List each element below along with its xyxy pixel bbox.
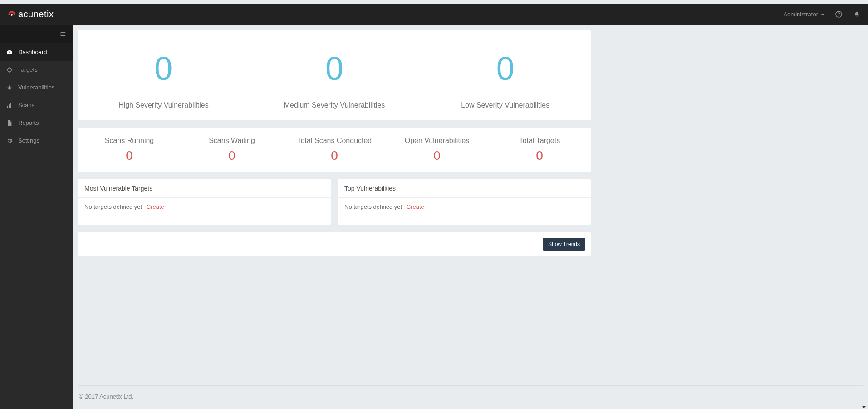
page-caret-icon	[862, 406, 866, 408]
stat-label: Open Vulnerabilities	[386, 137, 488, 145]
severity-high: 0 High Severity Vulnerabilities	[78, 52, 249, 109]
show-trends-button[interactable]: Show Trends	[543, 238, 585, 251]
panel-most-vulnerable-targets: Most Vulnerable Targets No targets defin…	[78, 179, 331, 225]
svg-rect-18	[7, 105, 8, 107]
svg-point-13	[9, 85, 10, 87]
svg-line-17	[11, 88, 12, 89]
brand-logo[interactable]: acunetix	[7, 9, 54, 20]
severity-high-value: 0	[78, 52, 249, 85]
create-target-link[interactable]: Create	[407, 203, 424, 210]
severity-high-label: High Severity Vulnerabilities	[78, 101, 249, 109]
sidebar-item-label: Settings	[18, 137, 39, 144]
sidebar-item-settings[interactable]: Settings	[0, 132, 73, 149]
stat-scans-waiting: Scans Waiting 0	[181, 137, 283, 163]
stat-value: 0	[78, 148, 181, 163]
svg-marker-6	[60, 33, 61, 35]
panel-top-vulnerabilities: Top Vulnerabilities No targets defined y…	[338, 179, 591, 225]
crosshair-icon	[6, 67, 13, 73]
panel-header: Most Vulnerable Targets	[78, 179, 331, 198]
sidebar-item-targets[interactable]: Targets	[0, 61, 73, 79]
create-target-link[interactable]: Create	[147, 203, 164, 210]
svg-line-16	[8, 88, 9, 89]
stat-label: Total Scans Conducted	[283, 137, 386, 145]
trends-row: Show Trends	[78, 232, 591, 256]
stat-label: Scans Waiting	[181, 137, 283, 145]
stat-label: Scans Running	[78, 137, 181, 145]
main-content: 0 High Severity Vulnerabilities 0 Medium…	[73, 25, 868, 409]
stat-scans-running: Scans Running 0	[78, 137, 181, 163]
sidebar-item-label: Vulnerabilities	[18, 84, 54, 91]
svg-point-0	[11, 14, 13, 15]
user-label: Administrator	[783, 11, 818, 18]
severity-card: 0 High Severity Vulnerabilities 0 Medium…	[78, 30, 591, 120]
severity-low-label: Low Severity Vulnerabilities	[420, 101, 591, 109]
stat-open-vulns: Open Vulnerabilities 0	[386, 137, 488, 163]
panel-empty-text: No targets defined yet	[84, 203, 142, 210]
svg-rect-20	[10, 103, 11, 108]
browser-chrome	[0, 0, 868, 4]
panel-row: Most Vulnerable Targets No targets defin…	[78, 179, 591, 225]
footer-copyright: © 2017 Acunetix Ltd.	[79, 393, 133, 400]
svg-point-7	[8, 68, 12, 72]
severity-low-value: 0	[420, 52, 591, 85]
svg-rect-3	[61, 32, 66, 33]
svg-line-14	[8, 87, 9, 88]
brand-name: acunetix	[18, 9, 54, 20]
logo-icon	[7, 10, 16, 19]
sidebar-item-label: Dashboard	[18, 49, 47, 55]
caret-down-icon	[821, 14, 824, 15]
sidebar-top	[0, 25, 73, 43]
severity-medium-label: Medium Severity Vulnerabilities	[249, 101, 420, 109]
sidebar-item-vulnerabilities[interactable]: Vulnerabilities	[0, 79, 73, 96]
panel-body: No targets defined yet Create	[78, 198, 331, 225]
stat-value: 0	[386, 148, 488, 163]
stat-total-targets: Total Targets 0	[488, 137, 591, 163]
svg-rect-4	[61, 34, 66, 34]
sidebar-item-label: Targets	[18, 66, 38, 73]
navbar: acunetix Administrator	[0, 4, 868, 25]
bell-icon[interactable]	[853, 10, 861, 19]
sidebar-item-reports[interactable]: Reports	[0, 114, 73, 132]
severity-low: 0 Low Severity Vulnerabilities	[420, 52, 591, 109]
svg-rect-19	[9, 104, 10, 108]
tachometer-icon	[6, 49, 13, 55]
svg-point-2	[838, 15, 839, 16]
sidebar-item-label: Reports	[18, 119, 39, 126]
stat-label: Total Targets	[488, 137, 591, 145]
collapse-sidebar-button[interactable]	[60, 31, 66, 37]
svg-rect-5	[61, 35, 66, 36]
severity-medium-value: 0	[249, 52, 420, 85]
stat-value: 0	[181, 148, 283, 163]
help-icon[interactable]	[834, 10, 843, 19]
panel-header: Top Vulnerabilities	[338, 179, 591, 198]
navbar-right: Administrator	[783, 10, 861, 19]
chart-icon	[6, 102, 13, 108]
svg-line-15	[11, 87, 12, 88]
sidebar-item-scans[interactable]: Scans	[0, 96, 73, 114]
bug-icon	[6, 84, 13, 91]
stat-value: 0	[283, 148, 386, 163]
stats-card: Scans Running 0 Scans Waiting 0 Total Sc…	[78, 128, 591, 172]
file-icon	[6, 120, 13, 126]
sidebar-item-dashboard[interactable]: Dashboard	[0, 43, 73, 61]
stat-value: 0	[488, 148, 591, 163]
severity-medium: 0 Medium Severity Vulnerabilities	[249, 52, 420, 109]
user-menu[interactable]: Administrator	[783, 11, 824, 18]
footer: © 2017 Acunetix Ltd.	[78, 385, 863, 404]
panel-body: No targets defined yet Create	[338, 198, 591, 225]
sidebar: Dashboard Targets Vulnerabilities Scans	[0, 25, 73, 409]
gear-icon	[6, 138, 13, 144]
sidebar-item-label: Scans	[18, 102, 34, 108]
panel-empty-text: No targets defined yet	[344, 203, 402, 210]
stat-total-scans: Total Scans Conducted 0	[283, 137, 386, 163]
